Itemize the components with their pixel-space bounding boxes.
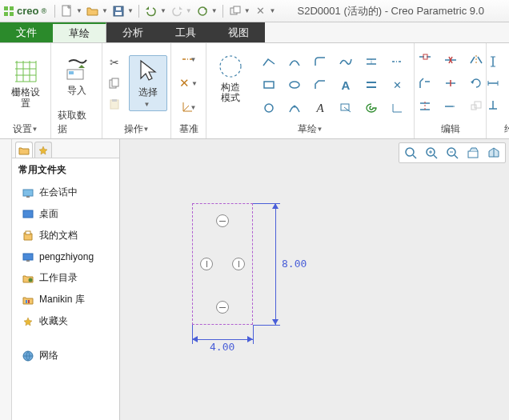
sidebar-tab-folders[interactable] bbox=[15, 142, 33, 158]
dropdown-caret-icon[interactable]: ▼ bbox=[102, 7, 108, 14]
tab-tools[interactable]: 工具 bbox=[159, 22, 212, 42]
trim-icon[interactable] bbox=[415, 97, 435, 116]
rotate-resize-icon[interactable] bbox=[467, 74, 486, 93]
sidebar-item-session[interactable]: 在会话中 bbox=[12, 182, 119, 203]
point-icon[interactable]: ✕▼ bbox=[181, 75, 197, 91]
zoom-in-icon[interactable] bbox=[423, 145, 439, 161]
save-icon[interactable] bbox=[111, 4, 126, 18]
svg-rect-62 bbox=[23, 210, 33, 218]
circle-icon[interactable] bbox=[259, 98, 279, 118]
chamfer-icon[interactable] bbox=[310, 74, 331, 95]
rectangle-icon[interactable] bbox=[259, 74, 279, 95]
tab-file[interactable]: 文件 bbox=[0, 22, 53, 42]
sidebar-item-workdir[interactable]: 工作目录 bbox=[12, 267, 119, 289]
coord-sketch-icon[interactable] bbox=[387, 98, 407, 118]
regenerate-icon[interactable] bbox=[195, 4, 210, 18]
dropdown-caret-icon[interactable]: ▼ bbox=[211, 7, 218, 14]
point-sketch-icon[interactable]: ✕ bbox=[387, 74, 407, 95]
offset-icon[interactable] bbox=[361, 51, 382, 72]
ellipse-icon[interactable] bbox=[284, 74, 305, 95]
tab-analysis[interactable]: 分析 bbox=[106, 22, 159, 42]
redo-icon[interactable] bbox=[170, 4, 184, 18]
dropdown-caret-icon[interactable]: ▼ bbox=[76, 7, 82, 14]
divide-icon[interactable] bbox=[441, 74, 460, 93]
svg-rect-7 bbox=[116, 7, 121, 10]
centerline-icon[interactable]: ▼ bbox=[181, 51, 197, 67]
dropdown-caret-icon: ▼ bbox=[144, 101, 150, 108]
centerline-sketch-icon[interactable] bbox=[387, 51, 407, 72]
svg-line-77 bbox=[455, 155, 458, 158]
tab-sketch[interactable]: 草绘 bbox=[53, 22, 106, 42]
close-icon[interactable]: ✕ bbox=[254, 4, 268, 18]
sketch-text-icon[interactable]: A bbox=[310, 98, 331, 118]
corner-icon[interactable] bbox=[415, 74, 435, 93]
scale-icon[interactable] bbox=[467, 97, 486, 116]
cursor-icon bbox=[134, 58, 162, 85]
zoom-out-icon[interactable] bbox=[444, 145, 460, 161]
paste-icon[interactable] bbox=[106, 96, 122, 112]
sidebar-item-favorites[interactable]: 收藏夹 bbox=[12, 310, 119, 332]
copy-icon[interactable] bbox=[106, 75, 122, 91]
import-button[interactable]: 导入 bbox=[60, 54, 94, 98]
sidebar-item-desktop[interactable]: 桌面 bbox=[12, 203, 119, 225]
dropdown-caret-icon[interactable]: ▼ bbox=[127, 7, 134, 14]
windows-icon[interactable] bbox=[228, 4, 242, 18]
svg-rect-68 bbox=[28, 300, 30, 303]
group-datum: ▼ ✕▼ ▼ 基准 bbox=[171, 43, 206, 138]
grid-settings-button[interactable]: 栅格设置 bbox=[6, 56, 44, 110]
thicken-icon[interactable] bbox=[361, 74, 382, 95]
desktop-icon bbox=[22, 208, 34, 221]
svg-rect-67 bbox=[26, 300, 27, 303]
repaint-icon[interactable] bbox=[465, 145, 481, 161]
sidebar-item-manikin[interactable]: Manikin 库 bbox=[12, 289, 119, 310]
sketch-tools-grid: A ✕ A bbox=[259, 51, 407, 118]
group-constrain: = 约束▼ bbox=[487, 43, 509, 138]
palette-icon[interactable] bbox=[361, 98, 382, 118]
dropdown-caret-icon[interactable]: ▼ bbox=[186, 7, 192, 14]
vertical-icon[interactable] bbox=[484, 53, 502, 70]
construction-mode-button[interactable]: 构造模式 bbox=[213, 51, 247, 105]
new-file-icon[interactable] bbox=[60, 4, 74, 18]
fillet-icon[interactable] bbox=[310, 51, 331, 72]
dim-arrow bbox=[272, 319, 279, 325]
dropdown-caret-icon[interactable]: ▼ bbox=[270, 7, 276, 14]
hole-right bbox=[232, 258, 245, 270]
tab-view[interactable]: 视图 bbox=[212, 22, 265, 42]
sidebar-item-network[interactable]: 网络 bbox=[12, 345, 119, 366]
sidebar-item-user[interactable]: pengzhiyong bbox=[12, 246, 119, 267]
coord-sys-icon[interactable]: ▼ bbox=[181, 99, 197, 115]
open-file-icon[interactable] bbox=[86, 4, 100, 18]
hole-top bbox=[216, 214, 229, 227]
arc-icon[interactable] bbox=[284, 51, 305, 72]
text-icon[interactable]: A bbox=[335, 74, 356, 95]
refit-icon[interactable] bbox=[403, 145, 419, 161]
dropdown-caret-icon[interactable]: ▼ bbox=[160, 7, 166, 14]
window-title: S2D0001 (活动的) - Creo Parametric 9.0 bbox=[275, 4, 506, 18]
mirror-icon[interactable] bbox=[467, 50, 486, 70]
sidebar-item-documents[interactable]: 我的文档 bbox=[12, 225, 119, 246]
display-style-icon[interactable] bbox=[486, 145, 502, 161]
cut-icon[interactable]: ✂ bbox=[106, 54, 122, 70]
spline-icon[interactable] bbox=[335, 51, 356, 72]
dim-height-text[interactable]: 8.00 bbox=[282, 258, 307, 270]
import-label: 导入 bbox=[67, 86, 86, 96]
brand-text: creo bbox=[17, 5, 38, 17]
delete-segment-icon[interactable] bbox=[441, 50, 460, 70]
dropdown-caret-icon[interactable]: ▼ bbox=[244, 7, 250, 14]
graphics-canvas[interactable]: 4.00 8.00 bbox=[120, 139, 509, 420]
line-icon[interactable] bbox=[259, 51, 279, 72]
undo-icon[interactable] bbox=[144, 4, 158, 18]
dim-arrow bbox=[192, 336, 198, 342]
grid-settings-label: 栅格设置 bbox=[10, 87, 41, 108]
conic-icon[interactable] bbox=[284, 98, 305, 118]
project-icon[interactable] bbox=[335, 98, 356, 118]
horizontal-icon[interactable] bbox=[484, 74, 502, 92]
perpendicular-icon[interactable] bbox=[484, 96, 502, 114]
dim-width-text[interactable]: 4.00 bbox=[210, 341, 234, 353]
sidebar-tab-favorites[interactable] bbox=[34, 142, 52, 158]
select-button[interactable]: 选择▼ bbox=[129, 55, 167, 110]
dim-height-ext2 bbox=[253, 325, 280, 326]
modify-icon[interactable] bbox=[415, 50, 435, 70]
extend-icon[interactable] bbox=[441, 97, 460, 116]
group-label-constrain: 约束▼ bbox=[504, 120, 509, 137]
